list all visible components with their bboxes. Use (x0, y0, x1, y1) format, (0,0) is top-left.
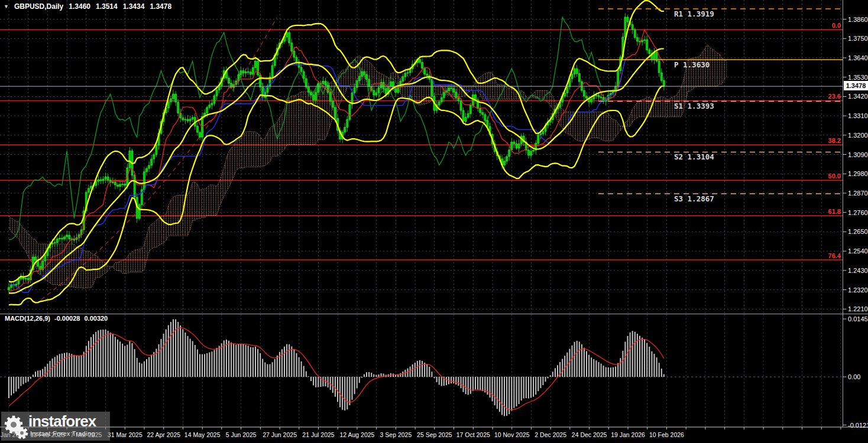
current-price-badge: 1.3478 (844, 81, 868, 90)
date-tick-label: 19 Jan 2026 (611, 431, 645, 438)
macd-indicator-label: MACD(12,26,9) -0.00028 0.00320 (5, 315, 108, 322)
price-tick-label: 1.3090 (848, 151, 868, 158)
ohlc-open-value: 1.3460 (69, 2, 90, 11)
chart-title-bar: ▼ GBPUSD,Daily 1.3460 1.3514 1.3434 1.34… (4, 2, 171, 11)
price-tick-label: 1.2540 (848, 247, 868, 255)
price-chart-canvas[interactable]: 0.023.638.250.061.876.4R1 1.3919P 1.3630… (0, 0, 868, 443)
date-tick-label: 25 Sep 2025 (417, 431, 452, 438)
pivot-label: P 1.3630 (674, 60, 710, 69)
pivot-label: S2 1.3104 (674, 152, 714, 161)
ohlc-low-value: 1.3434 (123, 2, 145, 11)
price-tick-label: 1.3860 (848, 16, 868, 23)
fib-label: 50.0 (828, 172, 841, 180)
price-tick-label: 1.2980 (848, 170, 868, 177)
price-tick-label: 1.2870 (848, 190, 868, 197)
symbol-timeframe-label: GBPUSD,Daily (14, 2, 63, 11)
price-tick-label: 1.2430 (848, 267, 868, 274)
symbol-dropdown-icon[interactable]: ▼ (4, 4, 9, 9)
watermark-brand: instaforex (28, 412, 96, 431)
date-tick-label: 17 Oct 2025 (456, 431, 490, 438)
date-tick-label: 10 Feb 2026 (649, 431, 684, 438)
price-tick-label: 1.3530 (848, 74, 868, 81)
macd-current-value: -0.00028 (54, 315, 80, 322)
fib-label: 76.4 (828, 252, 841, 259)
date-tick-label: 14 May 2025 (184, 431, 221, 438)
date-tick-label: 31 Mar 2025 (108, 431, 142, 438)
date-tick-label: 2 Dec 2025 (535, 431, 566, 438)
fib-label: 61.8 (828, 208, 841, 215)
date-tick-label: 10 Nov 2025 (494, 431, 530, 438)
price-tick-label: 1.2760 (848, 209, 868, 216)
ohlc-close-value: 1.3478 (150, 2, 171, 11)
fib-label: 23.6 (828, 93, 841, 100)
macd-name: MACD(12,26,9) (5, 315, 50, 322)
chart-window: 0.023.638.250.061.876.4R1 1.3919P 1.3630… (0, 0, 868, 443)
date-tick-label: 3 Sep 2025 (380, 431, 412, 438)
price-tick-label: 1.3200 (848, 132, 868, 139)
date-tick-label: 24 Dec 2025 (572, 431, 607, 438)
fib-label: 0.0 (832, 22, 841, 29)
date-tick-label: 5 Jun 2025 (226, 431, 257, 438)
macd-tick-label: -0.01215 (848, 422, 868, 429)
pivot-label: S1 1.3393 (674, 102, 714, 110)
fib-label: 38.2 (828, 137, 841, 144)
pivot-label: S3 1.2867 (674, 194, 714, 203)
price-tick-label: 1.3310 (848, 112, 868, 119)
date-tick-label: 21 Jul 2025 (302, 431, 334, 438)
price-tick-label: 1.3420 (848, 93, 868, 100)
gear-icon (1, 411, 30, 441)
price-tick-label: 1.3640 (848, 54, 868, 61)
price-tick-label: 1.2320 (848, 286, 868, 294)
macd-tick-label: 0.00 (848, 373, 860, 380)
date-tick-label: 27 Jun 2025 (263, 431, 297, 438)
ohlc-high-value: 1.3514 (96, 2, 118, 11)
instaforex-watermark: instaforex Instant Forex Trading (1, 412, 110, 441)
price-tick-label: 1.3750 (848, 35, 868, 42)
watermark-tagline: Instant Forex Trading (30, 430, 95, 437)
date-tick-label: 12 Aug 2025 (339, 431, 374, 438)
macd-tick-label: 0.01459 (848, 315, 868, 323)
price-tick-label: 1.2650 (848, 228, 868, 235)
pivot-label: R1 1.3919 (674, 9, 714, 18)
macd-signal-value: 0.00320 (84, 315, 108, 322)
price-tick-label: 1.2210 (848, 305, 868, 312)
date-tick-label: 22 Apr 2025 (147, 431, 180, 438)
